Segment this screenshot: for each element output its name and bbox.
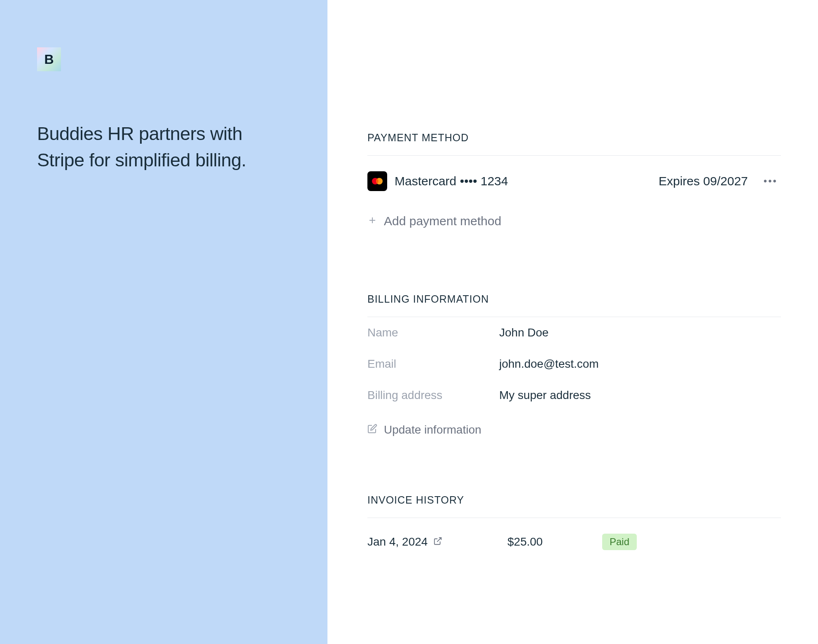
main-content: PAYMENT METHOD Mastercard •••• 1234 Expi… <box>327 0 818 644</box>
invoice-amount: $25.00 <box>507 535 602 548</box>
card-expires: Expires 09/2027 <box>659 174 748 188</box>
billing-email-value: john.doe@test.com <box>499 357 599 371</box>
billing-information-title: BILLING INFORMATION <box>367 293 781 317</box>
billing-information-section: BILLING INFORMATION Name John Doe Email … <box>367 293 781 436</box>
invoice-history-section: INVOICE HISTORY Jan 4, 2024 $25.00 Paid <box>367 494 781 566</box>
billing-address-row: Billing address My super address <box>367 380 781 411</box>
update-information-button[interactable]: Update information <box>367 411 781 436</box>
edit-icon <box>367 423 377 436</box>
payment-method-title: PAYMENT METHOD <box>367 132 781 156</box>
plus-icon <box>367 214 377 228</box>
payment-method-section: PAYMENT METHOD Mastercard •••• 1234 Expi… <box>367 132 781 236</box>
payment-card-row: Mastercard •••• 1234 Expires 09/2027 ••• <box>367 156 781 207</box>
billing-address-value: My super address <box>499 389 591 402</box>
billing-email-row: Email john.doe@test.com <box>367 348 781 380</box>
billing-name-value: John Doe <box>499 326 549 339</box>
invoice-status-badge: Paid <box>602 534 637 550</box>
external-link-icon <box>433 535 442 548</box>
billing-address-label: Billing address <box>367 389 499 402</box>
billing-email-label: Email <box>367 357 499 371</box>
update-information-label: Update information <box>384 423 481 436</box>
add-payment-method-button[interactable]: Add payment method <box>367 207 781 236</box>
svg-line-4 <box>437 538 442 542</box>
more-options-icon[interactable]: ••• <box>760 175 781 187</box>
brand-logo: B <box>37 47 61 71</box>
billing-name-row: Name John Doe <box>367 317 781 348</box>
add-payment-method-label: Add payment method <box>384 214 501 228</box>
invoice-date-link[interactable]: Jan 4, 2024 <box>367 535 507 548</box>
brand-logo-text: B <box>44 52 54 67</box>
sidebar-heading: Buddies HR partners with Stripe for simp… <box>37 121 290 173</box>
sidebar: B Buddies HR partners with Stripe for si… <box>0 0 327 644</box>
invoice-row: Jan 4, 2024 $25.00 Paid <box>367 518 781 566</box>
invoice-date: Jan 4, 2024 <box>367 535 428 548</box>
invoice-history-title: INVOICE HISTORY <box>367 494 781 518</box>
billing-name-label: Name <box>367 326 499 339</box>
card-description: Mastercard •••• 1234 <box>395 174 659 188</box>
mastercard-icon <box>367 171 387 191</box>
